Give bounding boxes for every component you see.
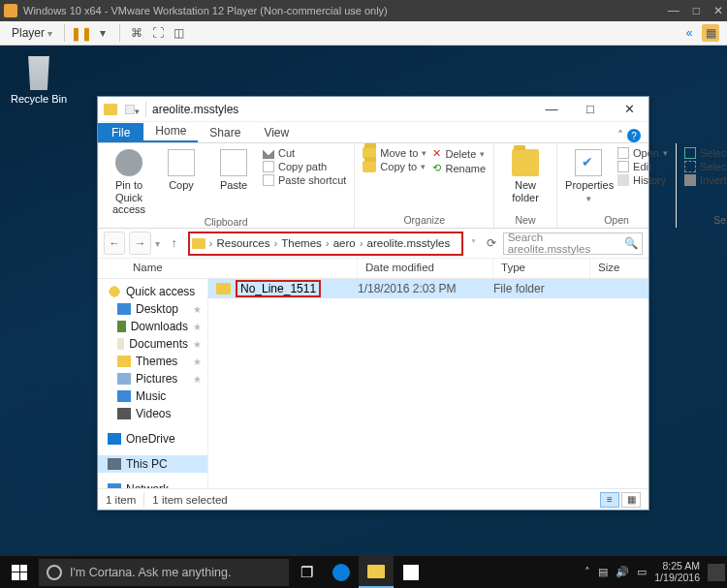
nav-recent-dropdown[interactable]: ▾ xyxy=(155,238,160,249)
select-none-button[interactable]: Select none xyxy=(684,161,727,172)
view-tab[interactable]: View xyxy=(252,123,300,142)
play-dropdown[interactable]: ▾ xyxy=(94,24,111,42)
select-none-icon xyxy=(684,161,696,172)
minimize-button[interactable]: — xyxy=(532,102,571,116)
nav-pictures[interactable]: Pictures★ xyxy=(98,370,207,387)
nav-music[interactable]: Music xyxy=(98,387,207,405)
unity-button[interactable]: ◫ xyxy=(171,24,188,42)
delete-button[interactable]: ✕Delete xyxy=(432,147,486,160)
delete-icon: ✕ xyxy=(432,147,441,160)
share-tab[interactable]: Share xyxy=(198,123,252,142)
copy-button[interactable]: Copy xyxy=(158,147,205,192)
nav-videos[interactable]: Videos xyxy=(98,405,207,422)
desktop[interactable]: Recycle Bin areolite.msstyles — □ ✕ File… xyxy=(0,46,727,556)
open-button[interactable]: Open xyxy=(617,147,668,159)
edit-button[interactable]: Edit xyxy=(617,161,668,172)
start-button[interactable] xyxy=(0,556,39,588)
vmware-close-button[interactable]: ✕ xyxy=(713,4,723,17)
cortana-search[interactable]: I'm Cortana. Ask me anything. xyxy=(39,559,289,586)
collapse-ribbon-button[interactable]: ˄ xyxy=(617,129,623,142)
qat-button[interactable] xyxy=(125,105,135,114)
task-view-button[interactable]: ❐ xyxy=(289,556,324,588)
col-date[interactable]: Date modified xyxy=(358,259,493,278)
nav-documents[interactable]: Documents★ xyxy=(98,335,207,353)
nav-network[interactable]: Network xyxy=(98,480,207,488)
file-date: 1/18/2016 2:03 PM xyxy=(358,282,493,295)
address-dropdown[interactable]: ˅ xyxy=(466,232,481,255)
edge-button[interactable] xyxy=(324,556,359,588)
nav-back-button[interactable]: ← xyxy=(104,232,125,255)
col-size[interactable]: Size xyxy=(590,259,648,278)
copy-path-icon xyxy=(263,161,274,172)
close-button[interactable]: ✕ xyxy=(610,102,648,116)
open-icon xyxy=(617,147,629,159)
status-selection: 1 item selected xyxy=(152,494,227,506)
explorer-titlebar[interactable]: areolite.msstyles — □ ✕ xyxy=(98,97,648,122)
help-button[interactable]: ? xyxy=(627,129,641,142)
rename-button[interactable]: ⟲Rename xyxy=(432,162,486,174)
pause-button[interactable]: ❚❚ xyxy=(73,24,90,42)
edit-icon xyxy=(617,161,629,172)
nav-desktop[interactable]: Desktop★ xyxy=(98,300,207,318)
vmware-maximize-button[interactable]: □ xyxy=(693,4,700,17)
select-all-button[interactable]: Select all xyxy=(684,147,727,159)
devices-button[interactable]: ▦ xyxy=(702,24,719,42)
invert-selection-button[interactable]: Invert selection xyxy=(684,174,727,186)
file-list[interactable]: No_Line_1511 1/18/2016 2:03 PM File fold… xyxy=(208,279,648,488)
nav-onedrive[interactable]: OneDrive xyxy=(98,430,207,448)
search-input[interactable]: Search areolite.msstyles 🔍 xyxy=(503,232,643,255)
breadcrumb-seg-themes[interactable]: Themes xyxy=(281,237,332,249)
clock[interactable]: 8:25 AM 1/19/2016 xyxy=(654,561,700,583)
network-tray-icon[interactable]: ▤ xyxy=(598,566,608,578)
tray-chevron[interactable]: ˄ xyxy=(585,566,590,578)
search-placeholder: Search areolite.msstyles xyxy=(508,232,624,255)
breadcrumb-seg-areolite[interactable]: areolite.msstyles xyxy=(367,237,458,249)
new-folder-button[interactable]: New folder xyxy=(502,147,549,203)
file-explorer-button[interactable] xyxy=(359,556,394,588)
properties-button[interactable]: Properties xyxy=(565,147,612,203)
thumbnails-view-button[interactable]: ▦ xyxy=(621,492,641,508)
videos-icon xyxy=(117,408,131,419)
col-type[interactable]: Type xyxy=(493,259,590,278)
pin-icon xyxy=(115,149,142,176)
maximize-button[interactable]: □ xyxy=(571,102,610,116)
tools-indicator-icon[interactable]: « xyxy=(680,24,698,42)
player-menu[interactable]: Player xyxy=(6,24,58,42)
copy-path-button[interactable]: Copy path xyxy=(263,161,346,172)
fullscreen-button[interactable]: ⛶ xyxy=(149,24,167,42)
action-center-button[interactable] xyxy=(708,564,725,581)
breadcrumb[interactable]: › Resources Themes aero areolite.msstyle… xyxy=(189,232,463,255)
paste-shortcut-button[interactable]: Paste shortcut xyxy=(263,174,346,186)
file-tab[interactable]: File xyxy=(98,123,143,142)
store-button[interactable] xyxy=(394,556,428,588)
col-name[interactable]: Name xyxy=(98,259,358,278)
volume-tray-icon[interactable]: 🔊 xyxy=(616,566,629,578)
nav-forward-button[interactable]: → xyxy=(129,232,150,255)
explorer-window: areolite.msstyles — □ ✕ File Home Share … xyxy=(97,96,649,511)
details-view-button[interactable]: ≡ xyxy=(600,492,619,508)
nav-downloads[interactable]: Downloads★ xyxy=(98,318,207,335)
history-icon xyxy=(617,174,629,186)
recycle-bin[interactable]: Recycle Bin xyxy=(10,53,68,105)
paste-button[interactable]: Paste xyxy=(210,147,257,192)
list-item[interactable]: No_Line_1511 1/18/2016 2:03 PM File fold… xyxy=(208,279,648,298)
cut-button[interactable]: Cut xyxy=(263,147,346,159)
folder-icon xyxy=(104,104,117,115)
nav-quick-access[interactable]: Quick access xyxy=(98,283,207,300)
input-tray-icon[interactable]: ▭ xyxy=(637,566,647,578)
clipboard-group-label: Clipboard xyxy=(106,216,346,230)
history-button[interactable]: History xyxy=(617,174,668,186)
pin-to-quick-access-button[interactable]: Pin to Quick access xyxy=(106,147,152,216)
nav-themes[interactable]: Themes★ xyxy=(98,353,207,370)
vmware-minimize-button[interactable]: — xyxy=(668,4,680,17)
send-ctrl-alt-del-button[interactable]: ⌘ xyxy=(128,24,145,42)
copy-to-button[interactable]: Copy to xyxy=(363,161,427,172)
qat-dropdown[interactable] xyxy=(135,101,140,118)
refresh-button[interactable]: ⟳ xyxy=(485,232,499,255)
breadcrumb-seg-aero[interactable]: aero xyxy=(333,237,367,249)
nav-up-button[interactable]: ↑ xyxy=(164,232,185,255)
breadcrumb-seg-resources[interactable]: Resources xyxy=(216,237,281,249)
cortana-icon xyxy=(47,565,62,580)
nav-this-pc[interactable]: This PC xyxy=(98,455,207,473)
home-tab[interactable]: Home xyxy=(143,121,198,142)
